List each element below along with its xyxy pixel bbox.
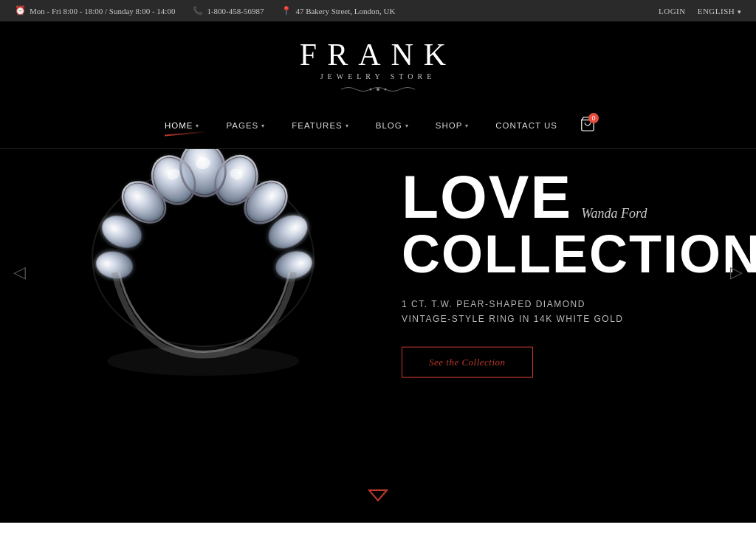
logo-ornament	[0, 83, 756, 98]
hours-text: Mon - Fri 8:00 - 18:00 / Sunday 8:00 - 1…	[30, 7, 175, 16]
active-indicator	[165, 131, 207, 136]
nav-item-pages[interactable]: PAGES ▾	[213, 118, 278, 133]
hours-item: ⏰ Mon - Fri 8:00 - 18:00 / Sunday 8:00 -…	[15, 5, 175, 16]
svg-marker-23	[369, 490, 387, 501]
chevron-down-icon: ▾	[261, 123, 265, 129]
ornament-svg	[334, 84, 422, 94]
hero-description: 1 CT. T.W. PEAR-SHAPED DIAMOND VINTAGE-S…	[402, 296, 697, 326]
love-line: LOVE Wanda Ford	[402, 166, 697, 227]
login-link[interactable]: LOGIN	[659, 7, 686, 16]
chevron-down-icon: ▾	[405, 123, 409, 129]
hero-love-text: LOVE	[402, 166, 572, 227]
top-bar-left: ⏰ Mon - Fri 8:00 - 18:00 / Sunday 8:00 -…	[15, 5, 395, 16]
nav-item-blog[interactable]: BLOG ▾	[362, 118, 422, 133]
top-bar-right: LOGIN ENGLISH ▾	[659, 7, 741, 16]
nav-item-home[interactable]: HOME ▾	[151, 118, 213, 133]
language-selector[interactable]: ENGLISH ▾	[698, 7, 741, 16]
nav-item-contact[interactable]: CONTACT US	[482, 118, 571, 133]
phone-item: 📞 1-800-458-56987	[193, 6, 264, 16]
main-nav: HOME ▾ PAGES ▾ FEATURES ▾ BLOG ▾ SHOP ▾ …	[0, 104, 756, 149]
chevron-down-icon: ▾	[738, 8, 742, 16]
svg-point-0	[377, 88, 379, 91]
chevron-down-icon	[368, 484, 388, 505]
clock-icon: ⏰	[15, 5, 26, 16]
logo-subtitle: JEWELRY STORE	[0, 72, 756, 80]
slider-prev-button[interactable]: ◁	[13, 263, 26, 282]
hero-author: Wanda Ford	[581, 205, 647, 221]
phone-icon: 📞	[193, 6, 203, 16]
address-text: 47 Bakery Street, London, UK	[295, 7, 395, 16]
below-hero-section	[0, 523, 756, 550]
hero-text-area: LOVE Wanda Ford COLLECTION 1 CT. T.W. PE…	[402, 166, 697, 378]
phone-text: 1-800-458-56987	[207, 7, 264, 16]
slider-next-button[interactable]: ▷	[730, 263, 743, 282]
svg-point-1	[370, 89, 372, 91]
top-bar: ⏰ Mon - Fri 8:00 - 18:00 / Sunday 8:00 -…	[0, 0, 756, 21]
svg-point-22	[107, 346, 299, 376]
logo-brand: FRANK	[0, 39, 756, 70]
hero-collection-text: COLLECTION	[402, 227, 697, 280]
cart-button[interactable]: 0	[571, 113, 605, 138]
cart-count-badge: 0	[588, 113, 599, 123]
hero-section: FRANK JEWELRY STORE HOME ▾ PAGES ▾ FEATU…	[0, 21, 756, 523]
scroll-down-button[interactable]	[368, 484, 388, 509]
svg-point-2	[385, 89, 387, 91]
nav-item-features[interactable]: FEATURES ▾	[278, 118, 362, 133]
chevron-down-icon: ▾	[346, 123, 349, 129]
chevron-down-icon: ▾	[196, 123, 199, 129]
location-icon: 📍	[281, 6, 292, 16]
see-collection-button[interactable]: See the Collection	[402, 347, 533, 378]
logo-area: FRANK JEWELRY STORE	[0, 21, 756, 104]
ring-svg	[59, 110, 347, 383]
hero-ring-image	[59, 110, 384, 435]
address-item: 📍 47 Bakery Street, London, UK	[281, 6, 395, 16]
chevron-down-icon: ▾	[465, 123, 469, 129]
nav-item-shop[interactable]: SHOP ▾	[422, 118, 483, 133]
